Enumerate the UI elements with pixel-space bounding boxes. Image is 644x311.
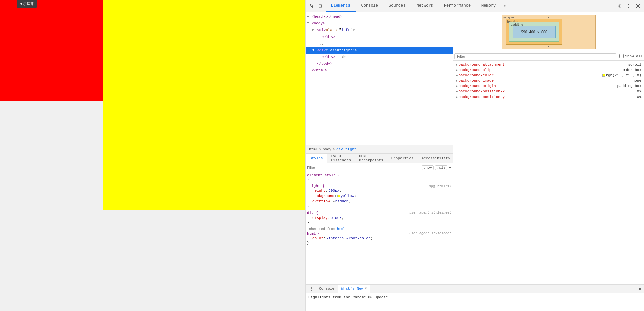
tab-elements[interactable]: Elements (326, 0, 356, 12)
dom-line-body-close[interactable]: </body> (306, 60, 453, 67)
cls-filter-button[interactable]: .cls (435, 165, 447, 170)
styles-tab-styles[interactable]: Styles (306, 154, 327, 163)
computed-filter-bar: Show all (453, 52, 644, 61)
svg-point-4 (628, 5, 629, 6)
dom-line-div-right-close[interactable]: </div> == $0 (306, 54, 453, 60)
pseudo-filter-button[interactable]: :hov (422, 165, 434, 170)
app-container: 显示应用 (0, 0, 644, 311)
expand-body[interactable] (307, 20, 312, 26)
settings-button[interactable] (614, 1, 624, 11)
box-model-container: margin - - - - border - - (456, 15, 641, 49)
expand-div-left[interactable] (312, 27, 317, 33)
devtools-panel: Elements Console Sources Network Perform… (305, 0, 644, 311)
devtools-tabs: Elements Console Sources Network Perform… (326, 0, 611, 12)
more-tabs-button[interactable]: » (501, 0, 509, 12)
styles-tab-properties[interactable]: Properties (387, 154, 418, 163)
ua-label-div: user agent stylesheet (409, 211, 451, 215)
tab-console[interactable]: Console (356, 0, 383, 12)
dom-line-html-close[interactable]: </html> (306, 67, 453, 74)
bottom-tab-console[interactable]: Console (316, 285, 338, 293)
dom-line-div-left[interactable]: <div class="left"> (306, 27, 453, 34)
computed-item-bg-attachment[interactable]: ▶ background-attachment scroll (453, 62, 644, 67)
svg-rect-1 (322, 5, 323, 7)
styles-tab-dom-breakpoints[interactable]: DOM Breakpoints (355, 154, 387, 163)
inherited-html-link[interactable]: html (337, 227, 345, 231)
tooltip: 显示应用 (17, 0, 37, 8)
expand-div-right[interactable] (312, 47, 317, 53)
style-rule-html-ua: html { user agent stylesheet color : -in… (307, 232, 451, 245)
color-swatch-yellow (337, 195, 340, 197)
computed-panel: margin - - - - border - - (453, 12, 644, 284)
style-prop-display[interactable]: display : block ; (307, 215, 451, 221)
device-toggle-button[interactable] (316, 1, 326, 11)
style-prop-color[interactable]: color : -internal-root-color ; (307, 236, 451, 241)
red-div-left (0, 0, 103, 101)
styles-tab-accessibility[interactable]: Accessibility (418, 154, 453, 163)
inspect-icon-button[interactable] (307, 1, 316, 11)
breadcrumb-div-right[interactable]: div.right (336, 147, 357, 151)
breadcrumb-body[interactable]: body (322, 147, 332, 151)
style-prop-height[interactable]: height : 600px ; (307, 188, 429, 193)
dom-tree[interactable]: <head>…</head> <body> (306, 12, 453, 145)
yellow-div-right (103, 0, 305, 210)
computed-item-bg-image[interactable]: ▶ background-image none (453, 78, 644, 83)
bottom-panel-content: Highlights from the Chrome 80 update (306, 293, 644, 311)
style-prop-overflow[interactable]: overflow : ▶hidden ; (307, 199, 451, 204)
box-model-section: margin - - - - border - - (453, 12, 644, 52)
computed-item-bg-color[interactable]: ▶ background-color rgb(255, 255, 0) (453, 73, 644, 78)
dom-line-dots[interactable]: ... (306, 40, 453, 47)
box-model-visual: margin - - - - border - - (502, 15, 596, 49)
bottom-tab-close-button[interactable]: × (365, 287, 367, 290)
bm-content: 590.400 × 600 (513, 26, 556, 38)
overflow-expand-arrow[interactable]: ▶ (333, 200, 334, 203)
computed-item-bg-origin[interactable]: ▶ background-origin padding-box (453, 83, 644, 89)
svg-point-5 (628, 7, 629, 8)
computed-item-bg-clip[interactable]: ▶ background-clip border-box (453, 67, 644, 73)
bottom-tabs: ⋮ Console What's New × × (306, 285, 644, 293)
browser-content: 显示应用 (0, 0, 644, 311)
tab-sources[interactable]: Sources (383, 0, 411, 12)
svg-point-2 (619, 5, 620, 7)
more-options-button[interactable] (624, 1, 633, 11)
add-style-button[interactable]: + (449, 165, 451, 170)
tab-network[interactable]: Network (411, 0, 438, 12)
svg-rect-0 (319, 4, 321, 8)
close-devtools-button[interactable] (633, 1, 643, 11)
computed-filter-input[interactable] (454, 53, 616, 59)
tab-performance[interactable]: Performance (439, 0, 476, 12)
dom-breadcrumb: html > body > div.right (306, 145, 453, 154)
bm-margin: margin - - - - border - - (502, 15, 596, 49)
styles-tab-event-listeners[interactable]: Event Listeners (327, 154, 355, 163)
breadcrumb-html[interactable]: html (308, 147, 318, 151)
source-two-columns[interactable]: 两栏.html:17 (429, 184, 451, 189)
toolbar-separator (613, 3, 613, 9)
inherited-label: Inherited from html (307, 227, 451, 231)
dom-line-div-right[interactable]: <div class="right"> (306, 47, 453, 54)
svg-point-3 (628, 4, 629, 5)
style-prop-background[interactable]: background : yellow ; (307, 193, 451, 199)
styles-filter-input[interactable] (307, 166, 422, 170)
computed-list: ▶ background-attachment scroll ▶ backgro… (453, 61, 644, 284)
close-bottom-panel-button[interactable]: × (637, 286, 643, 292)
dom-line-div-left-close[interactable]: </div> (306, 34, 453, 40)
devtools-right-icons (611, 1, 643, 11)
dom-line-body[interactable]: <body> (306, 20, 453, 27)
computed-item-bg-pos-y[interactable]: ▶ background-position-y 0% (453, 94, 644, 100)
dom-line-head[interactable]: <head>…</head> (306, 13, 453, 20)
show-all-checkbox[interactable] (619, 54, 624, 58)
style-rule-div-ua: div { user agent stylesheet display : bl… (307, 211, 451, 225)
ua-label-html: user agent stylesheet (409, 232, 451, 235)
styles-filter-bar: :hov .cls + (306, 163, 453, 172)
bottom-panel-menu[interactable]: ⋮ (307, 286, 316, 292)
tab-memory[interactable]: Memory (476, 0, 501, 12)
webpage-area: 显示应用 (0, 0, 305, 311)
devtools-toolbar: Elements Console Sources Network Perform… (306, 0, 644, 12)
bottom-tab-whats-new[interactable]: What's New × (338, 285, 370, 293)
expand-head[interactable] (307, 14, 312, 20)
show-all-label: Show all (619, 54, 643, 58)
bm-padding: padding - - - - 590.400 × 600 (509, 22, 559, 42)
devtools-main: <head>…</head> <body> (306, 12, 644, 284)
bm-border: border - - - - padding - (506, 19, 562, 45)
computed-item-bg-pos-x[interactable]: ▶ background-position-x 0% (453, 89, 644, 94)
styles-panel: Styles Event Listeners DOM Breakpoints P… (306, 154, 453, 284)
